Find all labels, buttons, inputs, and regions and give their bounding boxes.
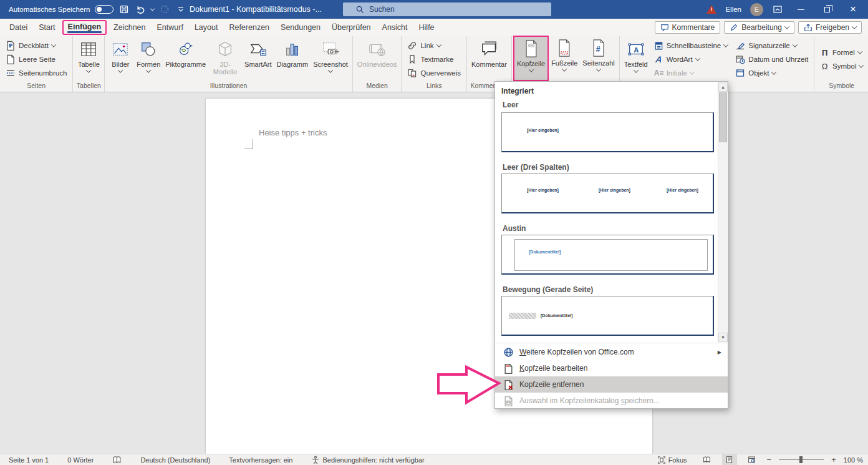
schnellbausteine-button[interactable]: Schnellbausteine bbox=[652, 40, 731, 52]
page-indicator[interactable]: Seite 1 von 1 bbox=[9, 456, 49, 464]
ribbon-display-options-button[interactable] bbox=[772, 4, 783, 15]
accessibility-indicator[interactable]: Bedienungshilfen: nicht verfügbar bbox=[311, 456, 424, 464]
gallery-section-label: Leer bbox=[503, 100, 518, 109]
menu-item-kopfzeile-entfernen[interactable]: Kopfzeile entfernen bbox=[495, 376, 728, 393]
gallery-scrollbar[interactable]: ▲ ▼ bbox=[718, 82, 727, 342]
seitenumbruch-button[interactable]: Seitenumbruch bbox=[3, 67, 69, 79]
ribbon: Deckblatt Leere Seite Seitenumbruch Seit… bbox=[0, 36, 868, 92]
zoom-level[interactable]: 100 % bbox=[844, 456, 863, 464]
link-button[interactable]: Link bbox=[405, 40, 463, 52]
tab-referenzen[interactable]: Referenzen bbox=[223, 21, 275, 34]
autosave-toggle[interactable] bbox=[95, 5, 113, 14]
document-title: Dokument1 - Kompatibilitätsmodus -... bbox=[190, 0, 322, 19]
undo-dropdown-chevron[interactable] bbox=[150, 6, 155, 11]
menu-separator bbox=[495, 343, 728, 343]
formel-button[interactable]: Π Formel bbox=[817, 47, 866, 59]
scroll-down-button[interactable]: ▼ bbox=[718, 333, 728, 342]
deckblatt-button[interactable]: Deckblatt bbox=[3, 40, 69, 52]
share-button[interactable]: Freigeben bbox=[798, 21, 862, 34]
zoom-slider-thumb[interactable] bbox=[799, 456, 803, 463]
new-comment-icon bbox=[480, 40, 498, 59]
tabelle-button[interactable]: Tabelle bbox=[75, 37, 102, 81]
tab-hilfe[interactable]: Hilfe bbox=[413, 21, 440, 34]
undo-button[interactable] bbox=[135, 4, 146, 15]
quick-access-toolbar-chevron[interactable] bbox=[175, 4, 186, 15]
zoom-out-button[interactable]: − bbox=[767, 455, 772, 464]
link-icon bbox=[407, 41, 417, 51]
leere-seite-button[interactable]: Leere Seite bbox=[3, 54, 69, 66]
pencil-icon bbox=[730, 23, 738, 32]
symbol-button[interactable]: Ω Symbol bbox=[817, 61, 866, 72]
textmarke-button[interactable]: Textmarke bbox=[405, 54, 463, 66]
search-box[interactable]: Suchen bbox=[343, 2, 551, 16]
smartart-button[interactable]: SmartArt bbox=[242, 37, 274, 81]
proofing-book-icon[interactable] bbox=[112, 456, 122, 464]
seitenzahl-button[interactable]: # Seitenzahl bbox=[580, 36, 617, 81]
annotation-arrow bbox=[433, 362, 503, 407]
piktogramme-button[interactable]: Piktogramme bbox=[163, 37, 208, 81]
screenshot-button[interactable]: Screenshot bbox=[311, 37, 350, 81]
signaturzeile-button[interactable]: Signaturzeile bbox=[733, 40, 811, 52]
tab-ansicht[interactable]: Ansicht bbox=[377, 21, 413, 34]
datum-uhrzeit-button[interactable]: Datum und Uhrzeit bbox=[733, 54, 811, 66]
language-indicator[interactable]: Deutsch (Deutschland) bbox=[140, 456, 210, 464]
kopfzeile-button[interactable]: Kopfzeile bbox=[514, 37, 547, 80]
focus-mode-button[interactable]: Fokus bbox=[657, 456, 687, 464]
scrollbar-thumb[interactable] bbox=[719, 92, 727, 142]
tab-start[interactable]: Start bbox=[33, 21, 60, 34]
web-layout-button[interactable] bbox=[745, 454, 760, 465]
wordart-button[interactable]: A WordArt bbox=[652, 54, 731, 66]
menu-item-weitere-kopfzeilen[interactable]: Weitere Kopfzeilen von Office.com ▶ bbox=[495, 344, 728, 360]
gallery-item-leer[interactable]: [Hier eingeben] bbox=[501, 112, 714, 152]
tab-einfuegen[interactable]: Einfügen bbox=[62, 20, 107, 35]
bilder-button[interactable]: Bilder bbox=[107, 37, 134, 81]
tab-datei[interactable]: Datei bbox=[4, 21, 33, 34]
formen-button[interactable]: Formen bbox=[134, 37, 163, 81]
comment-icon bbox=[660, 23, 669, 32]
account-avatar[interactable]: E bbox=[750, 3, 763, 16]
menu-item-auswahl-speichern: Auswahl im Kopfzeilenkatalog speichern..… bbox=[495, 393, 728, 409]
diagramm-button[interactable]: Diagramm bbox=[274, 37, 311, 81]
text-predictions-indicator[interactable]: Textvorhersagen: ein bbox=[229, 456, 292, 464]
editing-mode-button[interactable]: Bearbeitung bbox=[724, 21, 794, 34]
word-count[interactable]: 0 Wörter bbox=[67, 456, 94, 464]
svg-text:A: A bbox=[634, 46, 639, 54]
tab-zeichnen[interactable]: Zeichnen bbox=[108, 21, 151, 34]
screenshot-icon bbox=[321, 40, 340, 59]
group-seiten: Deckblatt Leere Seite Seitenumbruch Seit… bbox=[0, 36, 73, 92]
print-layout-button[interactable] bbox=[722, 454, 737, 465]
warning-icon[interactable]: ! bbox=[706, 5, 716, 14]
kommentar-button[interactable]: Kommentar bbox=[469, 37, 509, 81]
menu-item-kopfzeile-bearbeiten[interactable]: Kopfzeile bearbeiten bbox=[495, 360, 728, 376]
tab-entwurf[interactable]: Entwurf bbox=[152, 21, 189, 34]
group-links: Link Textmarke Querverweis Links bbox=[402, 36, 467, 92]
zoom-in-button[interactable]: + bbox=[831, 455, 836, 464]
minimize-button[interactable] bbox=[792, 0, 809, 19]
querverweis-button[interactable]: Querverweis bbox=[405, 67, 463, 79]
initiale-button: A≡ Initiale bbox=[652, 67, 731, 79]
gallery-item-leer-drei-spalten[interactable]: [Hier eingeben] [Hier eingeben] [Hier ei… bbox=[501, 174, 714, 213]
tab-layout[interactable]: Layout bbox=[189, 21, 224, 34]
objekt-button[interactable]: Objekt bbox=[733, 67, 811, 79]
tab-ueberpruefen[interactable]: Überprüfen bbox=[326, 21, 377, 34]
kopfzeile-dropdown: Integriert Leer [Hier eingeben] Leer (Dr… bbox=[494, 81, 728, 409]
tab-sendungen[interactable]: Sendungen bbox=[275, 21, 326, 34]
restore-button[interactable] bbox=[818, 0, 836, 19]
title-bar: Automatisches Speichern Dokument1 - Komp… bbox=[0, 0, 868, 19]
comments-button[interactable]: Kommentare bbox=[655, 21, 721, 34]
autosave-label: Automatisches Speichern bbox=[9, 6, 90, 13]
read-mode-button[interactable] bbox=[700, 454, 715, 465]
pictures-icon bbox=[111, 40, 130, 59]
textfeld-button[interactable]: A Textfeld bbox=[622, 37, 650, 81]
zoom-slider[interactable] bbox=[779, 459, 824, 460]
close-button[interactable]: × bbox=[844, 0, 862, 19]
text-box-icon: A bbox=[627, 40, 645, 59]
fusszeile-button[interactable]: Fußzeile bbox=[549, 36, 580, 81]
save-button[interactable] bbox=[118, 4, 130, 15]
gallery-item-bewegung[interactable]: [Dokumenttitel] bbox=[501, 296, 714, 336]
gallery-item-austin[interactable]: [Dokumenttitel] bbox=[501, 235, 714, 275]
search-placeholder: Suchen bbox=[369, 5, 395, 14]
gallery-section-label: Leer (Drei Spalten) bbox=[503, 163, 569, 172]
shapes-icon bbox=[139, 40, 158, 59]
scroll-up-button[interactable]: ▲ bbox=[718, 82, 728, 92]
